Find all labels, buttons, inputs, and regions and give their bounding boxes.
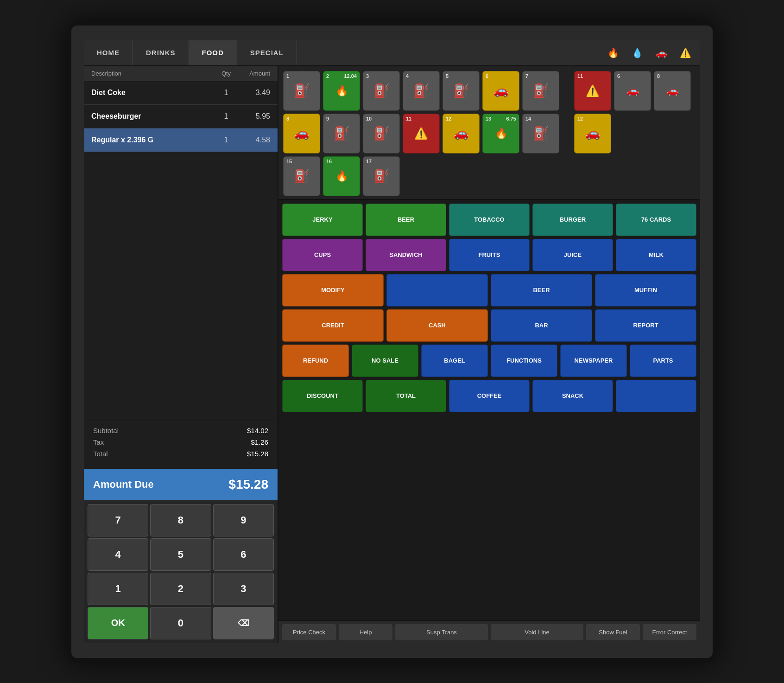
item-name-diet-coke: Diet Coke [91, 89, 215, 97]
btn-parts[interactable]: PARTS [630, 345, 696, 377]
water-icon[interactable]: 💧 [628, 44, 646, 62]
btn-newspaper[interactable]: NEWSPAPER [560, 345, 627, 377]
btn-sandwich[interactable]: SANDWICH [366, 239, 446, 271]
btn-susp-trans[interactable]: Susp Trans [395, 624, 488, 640]
btn-price-check[interactable]: Price Check [282, 624, 336, 640]
pump-5[interactable]: 5 ⛽ [443, 71, 480, 111]
pump-16[interactable]: 16 🔥 [323, 156, 360, 196]
btn-milk[interactable]: MILK [616, 239, 696, 271]
car-icon[interactable]: 🚗 [652, 44, 670, 62]
pump-11[interactable]: 11 ⚠️ [403, 114, 440, 153]
btn-cups[interactable]: CUPS [282, 239, 363, 271]
pump-2-num: 2 [326, 73, 329, 79]
order-row-cheeseburger[interactable]: Cheeseburger 1 5.95 [84, 105, 278, 128]
pump-12[interactable]: 12 🚗 [443, 114, 480, 153]
btn-tobacco[interactable]: TOBACCO [449, 204, 530, 236]
fire-icon[interactable]: 🔥 [604, 44, 622, 62]
num-4[interactable]: 4 [88, 538, 148, 571]
btn-beer-2[interactable]: BEER [491, 274, 592, 306]
pump-1[interactable]: 1 ⛽ [283, 71, 320, 111]
btn-total[interactable]: TOTAL [366, 380, 446, 412]
btn-muffin[interactable]: MUFFIN [595, 274, 696, 306]
tab-special[interactable]: SPECIAL [237, 40, 297, 65]
pump-6b[interactable]: 6 🚗 [614, 71, 651, 111]
product-row-2: CUPS SANDWICH FRUITS JUICE MILK [282, 239, 696, 271]
num-9[interactable]: 9 [213, 504, 274, 536]
btn-discount[interactable]: DISCOUNT [282, 380, 363, 412]
pump-12-icon: 🚗 [454, 126, 468, 140]
order-row-diet-coke[interactable]: Diet Coke 1 3.49 [84, 81, 278, 105]
pump-3[interactable]: 3 ⛽ [363, 71, 400, 111]
ok-button[interactable]: OK [88, 607, 148, 639]
product-row-6: DISCOUNT TOTAL COFFEE SNACK [282, 380, 696, 412]
pump-17[interactable]: 17 ⛽ [363, 156, 400, 196]
num-6[interactable]: 6 [213, 538, 274, 571]
btn-burger[interactable]: BURGER [532, 204, 613, 236]
pump-9[interactable]: 9 ⛽ [323, 114, 360, 153]
btn-error-correct[interactable]: Error Correct [643, 624, 696, 640]
num-0[interactable]: 0 [150, 607, 211, 639]
item-price-regular-gas: 4.58 [238, 136, 270, 144]
btn-coffee[interactable]: COFFEE [449, 380, 530, 412]
pump-14-num: 14 [525, 116, 531, 121]
num-3[interactable]: 3 [213, 573, 274, 605]
pump-12-right[interactable]: 12 🚗 [574, 114, 611, 153]
pump-11-warn[interactable]: 11 ⚠️ [574, 71, 611, 111]
pump-4[interactable]: 4 ⛽ [403, 71, 440, 111]
pump-7[interactable]: 7 ⛽ [522, 71, 559, 111]
pump-6b-icon: 🚗 [626, 85, 639, 97]
pump-16-num: 16 [326, 159, 332, 164]
btn-no-sale[interactable]: NO SALE [352, 345, 418, 377]
btn-juice[interactable]: JUICE [532, 239, 613, 271]
btn-void-line[interactable]: Void Line [491, 624, 583, 640]
btn-bagel[interactable]: BAGEL [421, 345, 488, 377]
pump-2-price: 12.04 [344, 73, 357, 79]
warning-icon[interactable]: ⚠️ [676, 44, 695, 62]
btn-76cards[interactable]: 76 CARDS [616, 204, 696, 236]
num-2[interactable]: 2 [150, 573, 211, 605]
right-panel: 1 ⛽ 2 12.04 🔥 3 ⛽ [278, 66, 700, 643]
btn-empty-1[interactable] [386, 274, 488, 306]
btn-bar[interactable]: BAR [491, 309, 592, 342]
btn-functions[interactable]: FUNCTIONS [491, 345, 557, 377]
fuel-grid-row1: 1 ⛽ 2 12.04 🔥 3 ⛽ [283, 71, 695, 111]
btn-empty-2[interactable] [616, 380, 696, 412]
btn-report[interactable]: REPORT [595, 309, 696, 342]
subtotal-value: $14.02 [247, 427, 268, 434]
btn-fruits[interactable]: FRUITS [449, 239, 530, 271]
pump-13-num: 13 [486, 116, 491, 121]
pump-8b[interactable]: 8 🚗 [654, 71, 691, 111]
num-7[interactable]: 7 [88, 504, 148, 536]
pump-10[interactable]: 10 ⛽ [363, 114, 400, 153]
btn-cash[interactable]: CASH [386, 309, 488, 342]
tab-food[interactable]: FOOD [189, 40, 237, 65]
pump-2-icon: 🔥 [335, 85, 348, 97]
pump-13[interactable]: 13 6.75 🔥 [482, 114, 519, 153]
subtotal-label: Subtotal [93, 427, 119, 434]
tab-drinks[interactable]: DRINKS [133, 40, 189, 65]
order-row-regular-gas[interactable]: Regular x 2.396 G 1 4.58 [84, 128, 278, 152]
pump-15-icon: ⛽ [294, 168, 310, 184]
btn-credit[interactable]: CREDIT [282, 309, 384, 342]
btn-beer-1[interactable]: BEER [366, 204, 446, 236]
btn-show-fuel[interactable]: Show Fuel [586, 624, 640, 640]
pump-14[interactable]: 14 ⛽ [522, 114, 559, 153]
pump-11-num: 11 [577, 73, 583, 79]
num-8[interactable]: 8 [150, 504, 211, 536]
num-1[interactable]: 1 [88, 573, 148, 605]
pump-2[interactable]: 2 12.04 🔥 [323, 71, 360, 111]
btn-modify[interactable]: MODIFY [282, 274, 384, 306]
btn-refund[interactable]: REFUND [282, 345, 349, 377]
total-value: $15.28 [247, 450, 268, 458]
product-row-1: JERKY BEER TOBACCO BURGER 76 CARDS [282, 204, 696, 236]
pump-8[interactable]: 8 🚗 [283, 114, 320, 153]
btn-snack[interactable]: SNACK [532, 380, 613, 412]
num-5[interactable]: 5 [150, 538, 211, 571]
tab-home[interactable]: HOME [84, 40, 133, 65]
item-name-regular-gas: Regular x 2.396 G [91, 136, 215, 144]
delete-button[interactable]: ⌫ [213, 607, 274, 639]
pump-6[interactable]: 6 🚗 [482, 71, 519, 111]
pump-15[interactable]: 15 ⛽ [283, 156, 320, 196]
btn-jerky[interactable]: JERKY [282, 204, 363, 236]
btn-help[interactable]: Help [339, 624, 392, 640]
